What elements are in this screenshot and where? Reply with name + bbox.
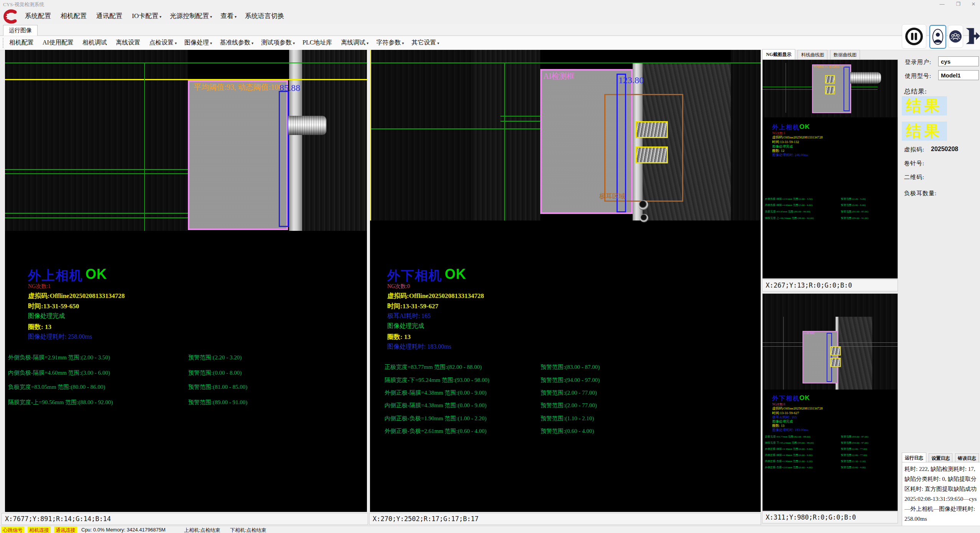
loop-count: 圈数: 13 <box>28 322 51 331</box>
app-logo-icon <box>2 9 18 24</box>
ng-thumb-lower-status: X:311;Y:980;R:0;G:0;B:0 <box>762 512 898 523</box>
overlay-yellow-line <box>5 79 367 80</box>
warn-range: 预警范围:(0.60 - 4.00) <box>841 466 866 469</box>
menu-view[interactable]: 查看▾ <box>220 8 237 25</box>
users-group-button[interactable] <box>948 25 963 48</box>
menu-bar: 系统配置 相机配置 通讯配置 IO卡配置▾ 光源控制配置▾ 查看▾ 系统语言切换 <box>0 8 980 24</box>
tab-detect-box <box>636 146 668 163</box>
overlay-green-vline <box>783 317 784 390</box>
measurement-row: 外侧负极-隔膜=2.91mm 范围:(2.00 - 3.50) <box>8 354 110 361</box>
camera-ok-status: OK <box>799 123 810 131</box>
overlay-green-vline <box>504 63 505 220</box>
tab-data-curve[interactable]: 数据曲线图 <box>830 50 860 60</box>
camera-title: 外上相机 <box>28 267 83 285</box>
tab-ng-screenshot[interactable]: NG截图显示 <box>762 49 795 60</box>
ng-thumbnail-upper[interactable]: 平均阈值:93, 动态阈值:100 外上相机 OK NG次数:1 虚拟码:Off… <box>762 59 898 279</box>
menu-comm-config[interactable]: 通讯配置 <box>96 8 123 25</box>
tool-baseline-params[interactable]: 基准线参数▾ <box>220 36 253 50</box>
measurement-row: 外侧正极-负极=2.61mm 范围:(0.60 - 4.00) <box>765 466 812 469</box>
upper-camera-view: 平均阈值:93, 动态阈值:100 85.88 外上相机 OK NG次数:1 虚… <box>5 50 367 512</box>
tool-image-process[interactable]: 图像处理▾ <box>184 36 212 50</box>
qr-code-label: 二维码: <box>904 174 924 181</box>
menu-language-switch[interactable]: 系统语言切换 <box>245 8 285 25</box>
measurement-row: 外侧正极-隔膜=4.38mm 范围:(0.00 - 9.00) <box>765 447 812 451</box>
login-user-input[interactable] <box>938 56 979 66</box>
tab-run-image[interactable]: 运行图像 <box>3 25 38 36</box>
cpu-memory-status: Cpu: 0.0% Memory: 3424.41796875M <box>81 527 166 533</box>
lower-camera-view: AI检测框 123.80 极耳区域 外下相机 OK NG次数:0 虚拟码:Off… <box>370 50 761 512</box>
overlay-yellow-vline <box>370 50 371 220</box>
ai-box-label: AI检测框 <box>804 331 814 335</box>
warn-range: 预警范围:(2.00 - 77.00) <box>841 447 867 451</box>
warn-range: 预警范围:(89.00 - 91.00) <box>188 399 247 406</box>
tool-ai-use-config[interactable]: AI使用配置 <box>43 36 75 50</box>
ng-sidebar: NG截图显示 料线曲线图 数据曲线图 平均阈值:93, 动态阈值:100 外上相… <box>762 49 898 525</box>
measure-value-text: 85.88 <box>280 83 300 93</box>
tab-material-curve[interactable]: 料线曲线图 <box>797 50 827 60</box>
machine-texture <box>302 50 367 231</box>
ng-count: NG次数:0 <box>387 283 410 290</box>
menu-io-config[interactable]: IO卡配置▾ <box>132 8 161 25</box>
menu-light-config[interactable]: 光源控制配置▾ <box>170 8 212 25</box>
ai-box-label: AI检测框 <box>543 71 574 81</box>
virtual-code: 虚拟码:Offline20250208133134728 <box>387 291 484 300</box>
measure-blue-box <box>279 91 289 227</box>
tool-testitem-params[interactable]: 测试项参数▾ <box>261 36 295 50</box>
camera-ok-status: OK <box>799 394 810 402</box>
tab-run-log[interactable]: 运行日志 <box>902 452 926 463</box>
threshold-overlay-text: 平均阈值:93, 动态阈值:100 <box>194 82 282 92</box>
menu-items: 系统配置 相机配置 通讯配置 IO卡配置▾ 光源控制配置▾ 查看▾ 系统语言切换 <box>21 8 289 25</box>
tool-offline-debug[interactable]: 离线调试▾ <box>341 36 368 50</box>
result-box-lower: 结果 <box>902 122 947 141</box>
warn-range: 预警范围:(0.60 - 4.00) <box>541 428 594 435</box>
tool-char-params[interactable]: 字符参数▾ <box>376 36 404 50</box>
process-elapsed: 图像处理耗时: 258.00ms <box>28 333 92 341</box>
menu-system-config[interactable]: 系统配置 <box>25 8 52 25</box>
maximize-button[interactable]: ❐ <box>952 0 965 8</box>
comm-link-indicator: 通讯连接 <box>54 526 77 533</box>
capture-time: 时间:13-31-59-650 <box>28 302 79 311</box>
measurement-row: 外侧负极-隔膜=2.91mm 范围:(2.00 - 3.50) <box>765 197 812 201</box>
measurement-row: 内侧正极-负极=1.90mm 范围:(1.00 - 2.20) <box>385 415 487 422</box>
ai-detect-box <box>802 331 838 383</box>
virtual-code-label: 虚拟码: <box>904 146 924 153</box>
menu-camera-config[interactable]: 相机配置 <box>61 8 88 25</box>
virtual-code: 虚拟码:Offline20250208133134728 <box>28 291 125 300</box>
loop-count: 圈数: 13 <box>387 332 411 341</box>
camera-title: 外下相机 <box>387 267 442 285</box>
warn-range: 预警范围:(2.00 - 77.00) <box>841 453 867 457</box>
tab-detect-box <box>636 121 668 138</box>
process-done: 图像处理完成 <box>28 312 65 320</box>
measurement-row: 隔膜宽度-上=90.56mm 范围:(88.00 - 92.00) <box>8 399 113 406</box>
sidebar-tabs: NG截图显示 料线曲线图 数据曲线图 <box>762 49 861 59</box>
upper-camera-check-status: 上相机:点检结束 <box>184 527 220 533</box>
ng-thumbnail-lower[interactable]: AI检测框 外下相机 OK NG次数:0 虚拟码:Offline20250208… <box>762 293 898 511</box>
pause-button[interactable] <box>902 24 926 49</box>
tool-camera-debug[interactable]: 相机调试 <box>82 36 108 50</box>
tool-camera-config[interactable]: 相机配置 <box>9 36 35 50</box>
process-elapsed: 图像处理耗时: 183.00ms <box>772 428 808 433</box>
current-user-button[interactable] <box>929 25 946 49</box>
camera-link-indicator: 相机连接 <box>28 526 51 533</box>
minimize-button[interactable]: — <box>936 0 949 8</box>
measurement-row: 内侧正极-负极=1.90mm 范围:(1.00 - 2.20) <box>765 459 812 463</box>
close-button[interactable]: ✕ <box>967 0 980 8</box>
warn-range: 预警范围:(0.00 - 8.00) <box>188 369 242 377</box>
logout-button[interactable] <box>965 25 980 47</box>
measurement-row: 内侧正极-隔膜=4.38mm 范围:(0.00 - 9.00) <box>765 453 812 457</box>
tool-spotcheck-setting[interactable]: 点检设置▾ <box>149 36 177 50</box>
tool-other-settings[interactable]: 其它设置▾ <box>411 36 439 50</box>
tab-detect-box <box>825 75 835 84</box>
measurement-row: 外侧正极-负极=2.61mm 范围:(0.60 - 4.00) <box>385 428 487 435</box>
tool-plc-address[interactable]: PLC地址库 <box>303 36 333 50</box>
overlay-green-line <box>5 63 367 63</box>
model-label: 使用型号: <box>905 72 931 80</box>
model-input[interactable] <box>938 70 979 80</box>
window-title: CYS-视觉检测系统 <box>3 1 44 8</box>
right-info-column: 登录用户: 使用型号: 总结果: 结果 结果 虚拟码: 20250208 卷针号… <box>900 21 980 533</box>
total-result-label: 总结果: <box>904 87 927 96</box>
warn-range: 预警范围:(2.20 - 3.20) <box>841 197 866 201</box>
machine-texture <box>731 50 761 220</box>
log-content[interactable]: 耗时: 222, 缺陷检测耗时: 17, 缺陷分类耗时: 0, 缺陷提取分区耗时… <box>902 462 980 533</box>
tool-offline-setting[interactable]: 离线设置 <box>116 36 141 50</box>
